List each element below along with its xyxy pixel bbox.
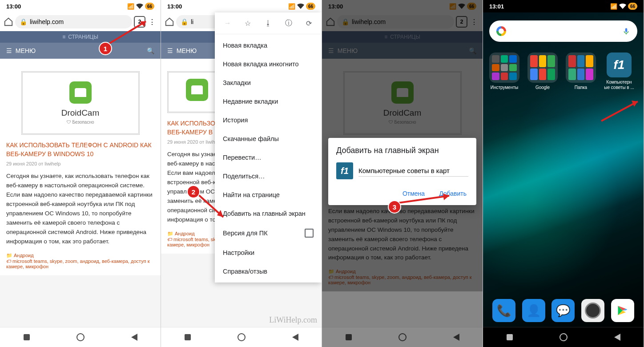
arrow-3 [397, 192, 455, 206]
google-search-bar[interactable] [489, 20, 637, 42]
dialog-body: f1 [336, 162, 468, 179]
nav-recent[interactable] [24, 334, 30, 340]
nav-bar [161, 327, 322, 347]
card-title: DroidCam [32, 108, 129, 118]
menu-help[interactable]: Справка/отзыв [215, 262, 322, 281]
menu-list: Новая вкладка Новая вкладка инкогнито За… [215, 34, 322, 282]
folder-icon: 📁 [6, 253, 12, 258]
nav-home[interactable] [237, 333, 246, 341]
svg-line-0 [108, 21, 146, 44]
callout-badge-1: 1 [99, 42, 112, 55]
play-store-icon[interactable] [611, 299, 634, 322]
nav-bar [483, 327, 644, 347]
menu-add-homescreen[interactable]: Добавить на главный экран [215, 204, 322, 223]
phone-3: 13:00 📶 66 🔒liwihelp.com 2 ⋮ ≡ СТРАНИЦЫ … [322, 0, 483, 347]
folder-tools[interactable]: Инструменты [489, 52, 519, 90]
status-time: 13:00 [167, 3, 182, 10]
callout-badge-2: 2 [187, 185, 200, 198]
menu-top-row: → ☆ ⭳ ⓘ ⟳ [215, 12, 322, 34]
dialog-title: Добавить на главный экран [336, 146, 468, 155]
nav-back[interactable] [614, 334, 620, 341]
arrow-2 [195, 191, 230, 222]
nav-recent[interactable] [507, 334, 513, 340]
status-time: 13:00 [6, 3, 21, 10]
info-icon[interactable]: ⓘ [283, 18, 294, 28]
contacts-app-icon[interactable]: 👤 [522, 299, 545, 322]
menu-recent-tabs[interactable]: Недавние вкладки [215, 92, 322, 111]
menu-downloads[interactable]: Скачанные файлы [215, 129, 322, 148]
status-time: 13:01 [489, 3, 504, 10]
google-logo-icon [496, 26, 506, 36]
menu-find[interactable]: Найти на странице [215, 186, 322, 204]
status-icons: 📶 66 [127, 3, 154, 10]
menu-incognito[interactable]: Новая вкладка инкогнито [215, 55, 322, 73]
menu-new-tab[interactable]: Новая вкладка [215, 36, 322, 55]
nav-recent[interactable] [185, 334, 191, 340]
svg-marker-5 [443, 194, 449, 200]
reload-icon[interactable]: ⟳ [303, 18, 314, 28]
lock-icon: 🔒 [181, 18, 188, 25]
tag-icon: 🏷 [6, 258, 11, 264]
phone-4: 13:01 📶 66 Инструменты Google Папка f1Ко… [483, 0, 644, 347]
svg-line-4 [398, 196, 449, 203]
phone-app-icon[interactable]: 📞 [492, 299, 515, 322]
shortcut-name-input[interactable] [358, 165, 468, 177]
f1-app-icon: f1 [607, 52, 632, 77]
mic-icon[interactable] [622, 27, 630, 35]
article-category: 📁Андроид [6, 253, 154, 258]
home-icon[interactable] [4, 17, 13, 27]
messages-app-icon[interactable]: 💬 [551, 299, 575, 322]
droidcam-icon [186, 79, 208, 101]
menu-bookmarks[interactable]: Закладки [215, 73, 322, 92]
star-icon[interactable]: ☆ [242, 18, 253, 28]
status-bar: 13:00 📶 66 [0, 0, 161, 12]
nav-bar [0, 327, 161, 347]
search-icon[interactable]: 🔍 [147, 47, 154, 54]
home-screen[interactable]: Инструменты Google Папка f1Компьютерн ые… [483, 12, 644, 327]
checkbox-icon[interactable] [305, 229, 314, 238]
menu-desktop-site[interactable]: Версия для ПК [215, 223, 322, 243]
home-shortcut-f1[interactable]: f1Компьютерн ые советы в ... [604, 52, 634, 90]
arrow-1 [105, 17, 154, 48]
menu-settings[interactable]: Настройки [215, 243, 322, 262]
page-content: DroidCam 🛡 Безопасно КАК ИСПОЛЬЗОВАТЬ ТЕ… [0, 59, 161, 275]
menu-history[interactable]: История [215, 111, 322, 129]
droidcam-icon [69, 81, 92, 104]
article-title[interactable]: КАК ИСПОЛЬЗОВАТЬ ТЕЛЕФОН С ANDROID КАК В… [6, 141, 154, 158]
app-card: DroidCam 🛡 Безопасно [21, 71, 140, 135]
lock-icon: 🔒 [20, 18, 27, 25]
chrome-menu: → ☆ ⭳ ⓘ ⟳ Новая вкладка Новая вкладка ин… [215, 12, 322, 282]
wifi-icon [136, 4, 143, 9]
status-bar: 13:00 📶 66 [161, 0, 322, 12]
arrow-4 [599, 98, 643, 125]
article-text: Сегодня вы узнаете, как использовать тел… [6, 172, 154, 246]
phone-1: 13:00 📶 66 🔒 liwihelp.com 2 ⋮ ≡ СТРАНИЦЫ… [0, 0, 161, 347]
download-icon[interactable]: ⭳ [263, 18, 274, 28]
url-text: liwihelp.com [30, 18, 64, 25]
nav-back[interactable] [131, 334, 137, 341]
card-badge: 🛡 Безопасно [32, 120, 129, 125]
dock: 📞 👤 💬 [483, 299, 644, 322]
nav-back[interactable] [292, 334, 298, 341]
article-meta: 29 июня 2020 от liwihelp [6, 161, 154, 166]
forward-icon[interactable]: → [222, 18, 233, 28]
camera-app-icon[interactable] [581, 299, 604, 322]
watermark: LiWiHelp.com [269, 315, 317, 325]
signal-icon: 📶 [127, 3, 134, 10]
folder-row: Инструменты Google Папка f1Компьютерн ые… [483, 50, 644, 93]
svg-marker-3 [217, 210, 223, 217]
folder-generic[interactable]: Папка [566, 52, 596, 90]
folder-google[interactable]: Google [527, 52, 558, 90]
article-tags: 🏷microsoft teams, skype, zoom, андроид, … [6, 258, 154, 269]
menu-share[interactable]: Поделиться… [215, 167, 322, 186]
nav-home[interactable] [76, 333, 85, 341]
nav-home[interactable] [559, 333, 568, 341]
callout-badge-3: 3 [388, 200, 401, 214]
hamburger-icon[interactable]: ☰ [6, 47, 12, 54]
site-icon: f1 [336, 162, 353, 179]
menu-translate[interactable]: Перевести… [215, 148, 322, 167]
status-icons: 📶 66 [288, 3, 315, 10]
battery-icon: 66 [145, 3, 154, 10]
svg-line-6 [601, 101, 638, 121]
home-icon[interactable] [165, 17, 174, 27]
